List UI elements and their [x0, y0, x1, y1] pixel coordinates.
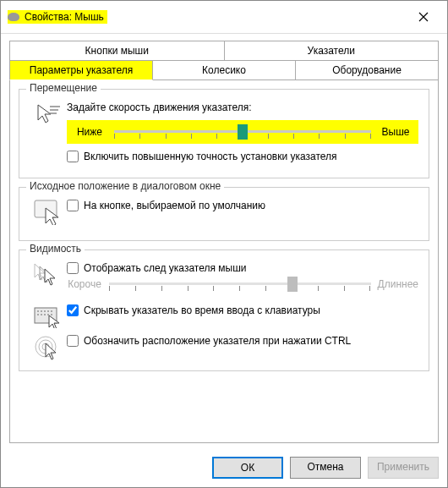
ok-button[interactable]: ОК [212, 457, 283, 479]
ctrl-locate-input[interactable] [67, 335, 79, 347]
tab-wheel[interactable]: Колесико [153, 60, 296, 80]
close-icon [418, 12, 429, 22]
svg-point-4 [44, 310, 46, 312]
svg-point-11 [51, 314, 52, 315]
svg-point-7 [37, 314, 39, 315]
tab-pointers[interactable]: Указатели [225, 41, 440, 61]
close-button[interactable] [407, 6, 440, 28]
trail-high-label: Длиннее [378, 278, 418, 290]
ctrl-locate-label: Обозначить расположение указателя при на… [84, 335, 351, 347]
svg-point-2 [37, 310, 39, 312]
svg-point-5 [47, 310, 49, 312]
pointer-speed-slider[interactable]: Ниже Выше [67, 120, 418, 144]
group-visibility: Видимость Отображать след указателя мыши [19, 249, 429, 371]
group-motion-title: Перемещение [26, 82, 101, 94]
speed-label: Задайте скорость движения указателя: [67, 101, 418, 113]
mouse-icon [8, 13, 19, 21]
snapto-checkbox[interactable]: На кнопке, выбираемой по умолчанию [67, 200, 418, 211]
hide-typing-input[interactable] [67, 304, 79, 316]
cancel-button[interactable]: Отмена [290, 457, 361, 479]
tab-buttons[interactable]: Кнопки мыши [9, 41, 225, 61]
ctrl-locate-checkbox[interactable]: Обозначить расположение указателя при на… [67, 335, 418, 347]
hide-typing-label: Скрывать указатель во время ввода с клав… [84, 304, 320, 316]
trails-checkbox[interactable]: Отображать след указателя мыши [67, 262, 418, 274]
svg-point-9 [44, 314, 46, 315]
group-motion: Перемещение Задайте скорость движения ук… [19, 89, 429, 178]
snapto-input[interactable] [67, 200, 79, 211]
snapto-icon [34, 200, 63, 225]
enhance-precision-label: Включить повышенную точность установки у… [84, 151, 337, 162]
trails-icon [33, 262, 63, 288]
enhance-precision-checkbox[interactable]: Включить повышенную точность установки у… [67, 151, 418, 162]
group-snapto-title: Исходное положение в диалоговом окне [26, 180, 224, 192]
svg-point-8 [41, 314, 42, 315]
pointer-speed-icon [35, 101, 62, 127]
speed-slider-thumb[interactable] [238, 124, 248, 140]
tab-hardware[interactable]: Оборудование [296, 60, 439, 80]
trail-low-label: Короче [67, 278, 102, 290]
enhance-precision-input[interactable] [67, 151, 79, 162]
ctrl-locate-icon [34, 335, 63, 362]
window-title: Свойства: Мышь [25, 11, 104, 23]
tab-pointer-options[interactable]: Параметры указателя [9, 60, 153, 80]
svg-point-3 [41, 310, 42, 312]
svg-point-6 [51, 310, 52, 312]
group-visibility-title: Видимость [26, 243, 85, 255]
snapto-label: На кнопке, выбираемой по умолчанию [84, 200, 265, 211]
apply-button: Применить [368, 457, 439, 479]
trails-input[interactable] [67, 262, 79, 274]
trails-label: Отображать след указателя мыши [84, 262, 247, 274]
hide-typing-checkbox[interactable]: Скрывать указатель во время ввода с клав… [67, 304, 418, 316]
trail-length-slider: Короче Длиннее [67, 274, 418, 298]
speed-high-label: Выше [378, 126, 413, 138]
trail-slider-thumb [287, 277, 298, 292]
hide-typing-icon [34, 304, 63, 328]
speed-low-label: Ниже [72, 126, 107, 138]
group-snapto: Исходное положение в диалоговом окне На … [19, 187, 429, 241]
